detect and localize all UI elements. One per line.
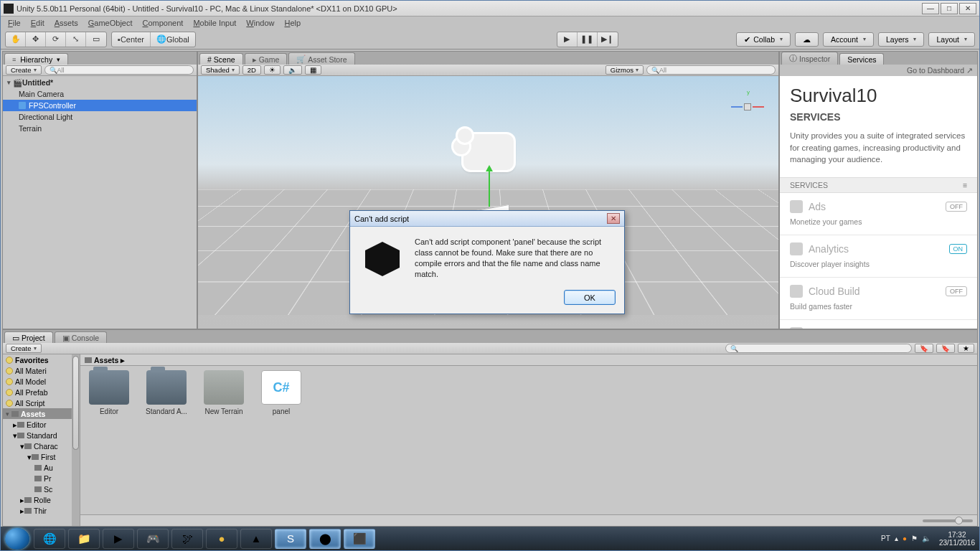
taskbar-app-game[interactable]: 🎮: [137, 529, 169, 549]
scene-row[interactable]: ▾🎬 Untitled*: [3, 77, 197, 88]
hamburger-icon[interactable]: ≡: [963, 181, 967, 189]
menu-file[interactable]: File: [8, 19, 21, 27]
hierarchy-search[interactable]: 🔍 All: [44, 65, 194, 75]
pivot-center-button[interactable]: ▪ Center: [112, 32, 151, 47]
pivot-global-button[interactable]: 🌐 Global: [151, 32, 195, 47]
folder-item: Au: [3, 462, 80, 473]
menu-edit[interactable]: Edit: [31, 19, 44, 27]
shaded-dropdown[interactable]: Shaded: [201, 65, 240, 75]
rotate-tool[interactable]: ⟳: [46, 32, 66, 47]
account-dropdown[interactable]: Account: [823, 32, 874, 47]
favorites-header: Favorites: [3, 354, 80, 365]
layers-dropdown[interactable]: Layers: [878, 32, 925, 47]
hierarchy-tree[interactable]: ▾🎬 Untitled* Main Camera FPSController D…: [3, 76, 197, 329]
pause-button[interactable]: ❚❚: [578, 32, 598, 47]
taskbar-app-ie[interactable]: 🌐: [34, 529, 65, 549]
menu-window[interactable]: Window: [246, 19, 274, 27]
menu-help[interactable]: Help: [284, 19, 301, 27]
taskbar-app-browser[interactable]: 🕊: [171, 529, 203, 549]
menu-mobile-input[interactable]: Mobile Input: [193, 19, 236, 27]
tray-lang[interactable]: PT: [881, 534, 890, 542]
folder-tree-scrollbar[interactable]: [72, 354, 80, 526]
fx-toggle[interactable]: ▦: [305, 65, 321, 75]
menu-assets[interactable]: Assets: [55, 19, 78, 27]
filter-icon[interactable]: 🔖: [915, 344, 933, 353]
project-breadcrumb[interactable]: Assets ▸: [80, 354, 977, 366]
asset-store-tab[interactable]: 🛒 Asset Store: [288, 52, 354, 65]
game-tab[interactable]: ▸ Game: [245, 53, 288, 65]
goto-dashboard-link[interactable]: Go to Dashboard ↗: [780, 65, 977, 76]
filter-icon[interactable]: 🔖: [936, 344, 955, 353]
hand-tool[interactable]: ✋: [6, 32, 26, 47]
tray-volume-icon[interactable]: 🔈: [922, 534, 930, 542]
transform-tools: ✋ ✥ ⟳ ⤡ ▭: [5, 32, 107, 47]
window-titlebar[interactable]: Unity 5.5.0b11 Personal (64bit) - Untitl…: [1, 1, 979, 17]
service-item-analytics[interactable]: AnalyticsON Discover player insights: [780, 235, 977, 278]
windows-taskbar[interactable]: 🌐 📁 ▶ 🎮 🕊 ● ▲ S ⬤ ⬛ PT ▴ ● ⚑ 🔈 17:32 23/…: [1, 527, 979, 550]
dialog-ok-button[interactable]: OK: [564, 290, 616, 305]
project-tab[interactable]: ▭ Project: [4, 331, 53, 343]
taskbar-app-explorer[interactable]: 📁: [68, 529, 100, 549]
hierarchy-item[interactable]: Terrain: [3, 123, 197, 134]
play-button[interactable]: ▶: [557, 32, 578, 47]
service-item-ads[interactable]: AdsOFF Monetize your games: [780, 193, 977, 235]
project-create-button[interactable]: Create: [6, 344, 42, 353]
thumbnail-size-slider[interactable]: [923, 519, 973, 522]
taskbar-app-skype[interactable]: S: [275, 529, 306, 549]
hierarchy-create-button[interactable]: Create: [6, 65, 42, 75]
project-search[interactable]: 🔍: [725, 344, 912, 353]
services-tab[interactable]: Services: [839, 53, 884, 65]
play-controls: ▶ ❚❚ ▶❙: [557, 32, 618, 47]
taskbar-app-chrome-active[interactable]: ⬤: [309, 529, 341, 549]
taskbar-app-unity[interactable]: ⬛: [344, 529, 375, 549]
asset-grid[interactable]: Editor Standard A... New Terrain panel: [80, 366, 977, 514]
audio-toggle[interactable]: 🔈: [283, 65, 302, 75]
scene-tab[interactable]: # Scene: [199, 53, 243, 65]
dialog-titlebar[interactable]: Can't add script ✕: [350, 211, 624, 227]
tray-flag-icon[interactable]: ⚑: [911, 534, 918, 542]
hierarchy-item[interactable]: Main Camera: [3, 88, 197, 100]
start-button[interactable]: [5, 528, 29, 550]
asset-item[interactable]: New Terrain: [201, 370, 247, 415]
2d-toggle[interactable]: 2D: [242, 65, 261, 75]
menu-component[interactable]: Component: [143, 19, 184, 27]
asset-item[interactable]: panel: [258, 370, 304, 415]
taskbar-app-lol[interactable]: ▲: [240, 529, 272, 549]
scene-search[interactable]: 🔍 All: [646, 65, 776, 75]
orientation-gizmo[interactable]: y: [730, 89, 765, 125]
hierarchy-item-selected[interactable]: FPSController: [3, 100, 197, 111]
y-axis-handle[interactable]: [489, 167, 490, 207]
scale-tool[interactable]: ⤡: [66, 32, 86, 47]
folder-item: ▾ Standard: [3, 430, 80, 441]
cloud-button[interactable]: ☁: [795, 32, 819, 47]
inspector-tab[interactable]: ⓘ Inspector: [781, 52, 838, 65]
favorite-item: All Prefab: [3, 387, 80, 397]
layout-dropdown[interactable]: Layout: [928, 32, 975, 47]
maximize-button[interactable]: □: [941, 3, 958, 14]
tray-clock[interactable]: 17:32 23/11/2016: [939, 531, 975, 547]
project-folder-tree[interactable]: Favorites All Materi All Model All Prefa…: [3, 354, 80, 526]
close-button[interactable]: ✕: [959, 3, 976, 14]
collab-dropdown[interactable]: ✔ Collab: [736, 32, 791, 47]
menu-gameobject[interactable]: GameObject: [88, 19, 133, 27]
gizmos-dropdown[interactable]: Gizmos: [606, 65, 644, 75]
rect-tool[interactable]: ▭: [86, 32, 106, 47]
taskbar-app-media[interactable]: ▶: [103, 529, 134, 549]
asset-item[interactable]: Standard A...: [143, 370, 189, 415]
service-item-cloud-build[interactable]: Cloud BuildOFF Build games faster: [780, 278, 977, 320]
move-tool[interactable]: ✥: [26, 32, 46, 47]
tray-avast-icon[interactable]: ●: [903, 534, 907, 542]
lighting-toggle[interactable]: ☀: [264, 65, 281, 75]
system-tray[interactable]: PT ▴ ● ⚑ 🔈 17:32 23/11/2016: [881, 531, 975, 547]
hierarchy-item[interactable]: Directional Light: [3, 111, 197, 123]
step-button[interactable]: ▶❙: [598, 32, 618, 47]
hierarchy-tab[interactable]: ≡Hierarchy▾: [4, 53, 68, 65]
console-tab[interactable]: ▣ Console: [55, 331, 108, 343]
asset-item[interactable]: Editor: [86, 370, 132, 415]
taskbar-app-chrome[interactable]: ●: [206, 529, 237, 549]
service-item-collaborate[interactable]: Collaborate BETAOFF Create together seam…: [780, 320, 977, 329]
tray-up-icon[interactable]: ▴: [895, 534, 898, 542]
favorite-icon[interactable]: ★: [958, 344, 974, 353]
minimize-button[interactable]: —: [922, 3, 939, 14]
dialog-close-button[interactable]: ✕: [607, 213, 620, 224]
